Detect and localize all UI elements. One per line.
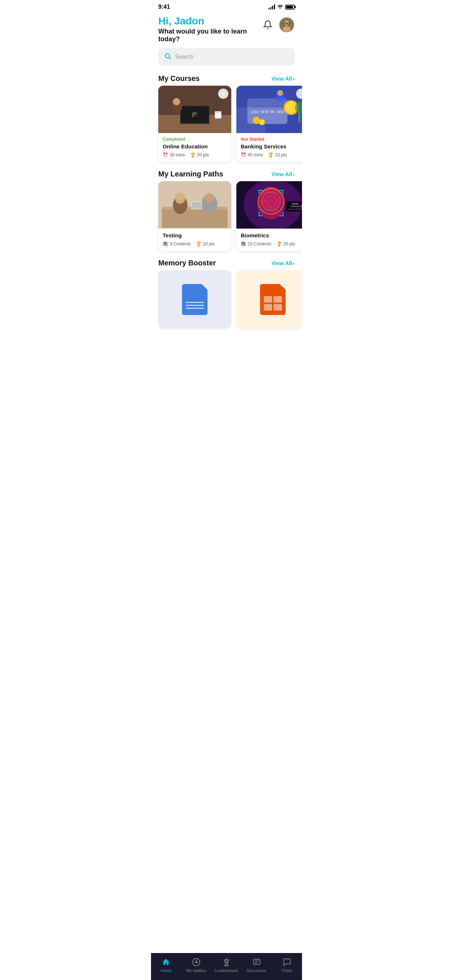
signal-icon [268, 5, 275, 10]
clock-icon: ⏰ [163, 153, 168, 158]
wifi-icon [277, 4, 283, 10]
course-card-online-education[interactable]: 🎓 Completed Online Education [158, 86, 231, 162]
trophy-icon-banking: 🏆 [268, 153, 274, 158]
course-name-online-education: Online Education [163, 143, 227, 150]
course-card-banking-services[interactable]: 1234 5678 90 3456 [236, 86, 302, 162]
greeting-name: Hi, Jadon [158, 15, 261, 27]
search-icon [164, 52, 171, 61]
course-image-banking: 1234 5678 90 3456 [236, 86, 302, 133]
svg-point-35 [175, 193, 185, 200]
learning-paths-section-header: My Learning Paths View All › [151, 166, 302, 181]
status-bar: 9:41 [151, 0, 302, 13]
book-icon-testing: 📚 [163, 241, 168, 247]
svg-point-28 [253, 117, 260, 124]
svg-point-14 [173, 98, 180, 105]
header: Hi, Jadon What would you like to learn t… [151, 13, 302, 47]
svg-line-7 [169, 57, 171, 59]
svg-point-1 [284, 21, 290, 26]
path-meta-testing: 📚 3 Contents 🏆 10 pts [163, 241, 227, 247]
notification-bell-button[interactable] [261, 18, 274, 31]
course-meta-online-education: ⏰ 30 mins 🏆 20 pts [163, 153, 227, 158]
svg-point-6 [165, 54, 170, 58]
learning-paths-view-all[interactable]: View All › [271, 171, 295, 177]
memory-booster-list [151, 270, 302, 333]
memory-image-1 [158, 270, 231, 328]
svg-point-2 [283, 27, 291, 32]
path-contents-biometrics: 📚 10 Contents [241, 241, 271, 247]
path-info-testing: Testing 📚 3 Contents 🏆 10 pts [158, 229, 231, 251]
my-courses-view-all[interactable]: View All › [271, 75, 295, 82]
svg-text:Access: Access [292, 203, 299, 205]
trophy-icon: 🏆 [190, 153, 196, 158]
battery-icon [285, 5, 295, 10]
doc-icon-orange [260, 284, 286, 315]
svg-text:Permission: Permission [291, 205, 300, 207]
learning-paths-list: Testing 📚 3 Contents 🏆 10 pts [151, 181, 302, 255]
search-input[interactable]: Search [175, 54, 194, 60]
course-duration-online-education: ⏰ 30 mins [163, 153, 185, 158]
course-meta-banking: ⏰ 45 mins 🏆 10 pts [241, 153, 302, 158]
path-card-testing[interactable]: Testing 📚 3 Contents 🏆 10 pts [158, 181, 231, 251]
svg-point-25 [277, 90, 283, 96]
trophy-icon-testing: 🏆 [196, 241, 201, 247]
svg-text:ID Number: BOF08896: ID Number: BOF08896 [288, 208, 302, 210]
status-icons [268, 4, 295, 10]
svg-rect-16 [215, 111, 222, 113]
course-duration-banking: ⏰ 45 mins [241, 153, 263, 158]
my-courses-section-header: My Courses View All › [151, 71, 302, 86]
svg-rect-39 [192, 202, 201, 208]
doc-icon-blue [182, 284, 207, 315]
svg-point-43 [260, 187, 282, 212]
path-image-biometrics: Access Permission ID Number: BOF08896 [236, 181, 302, 229]
course-name-banking: Banking Services [241, 143, 302, 150]
svg-point-37 [205, 193, 214, 203]
path-meta-biometrics: 📚 10 Contents 🏆 20 pts [241, 241, 302, 247]
path-points-testing: 🏆 10 pts [196, 241, 215, 247]
svg-text:1234 5678 90 3456: 1234 5678 90 3456 [250, 110, 284, 114]
course-image-online-education: 🎓 [158, 86, 231, 133]
path-card-biometrics[interactable]: Access Permission ID Number: BOF08896 Bi… [236, 181, 302, 251]
memory-card-1[interactable] [158, 270, 231, 328]
memory-booster-view-all[interactable]: View All › [271, 260, 295, 266]
memory-image-2 [236, 270, 302, 328]
clock-icon-banking: ⏰ [241, 153, 246, 158]
svg-text:🎓: 🎓 [191, 110, 198, 118]
heart-button-online-education[interactable] [218, 89, 228, 99]
course-info-online-education: Completed Online Education ⏰ 30 mins 🏆 2… [158, 133, 231, 162]
svg-point-29 [259, 119, 265, 125]
path-contents-testing: 📚 3 Contents [163, 241, 191, 247]
search-section: Search [151, 47, 302, 71]
course-info-banking: Not Started Banking Services ⏰ 45 mins 🏆… [236, 133, 302, 162]
course-points-banking: 🏆 10 pts [268, 153, 287, 158]
course-status-online-education: Completed [163, 137, 227, 142]
memory-booster-title: Memory Booster [158, 259, 216, 267]
memory-card-2[interactable] [236, 270, 302, 328]
my-courses-title: My Courses [158, 75, 199, 83]
trophy-icon-biometrics: 🏆 [276, 241, 282, 247]
path-image-testing [158, 181, 231, 229]
header-actions [261, 17, 295, 33]
path-name-testing: Testing [163, 232, 227, 239]
course-status-banking: Not Started [241, 137, 302, 142]
path-info-biometrics: Biometrics 📚 10 Contents 🏆 20 pts [236, 229, 302, 251]
path-points-biometrics: 🏆 20 pts [276, 241, 295, 247]
book-icon-biometrics: 📚 [241, 241, 246, 247]
courses-list: 🎓 Completed Online Education [151, 86, 302, 166]
greeting-subtitle: What would you like to learn today? [158, 28, 261, 43]
course-points-online-education: 🏆 20 pts [190, 153, 209, 158]
status-time: 9:41 [158, 4, 170, 10]
search-box[interactable]: Search [158, 48, 295, 65]
path-name-biometrics: Biometrics [241, 232, 302, 239]
header-greeting: Hi, Jadon What would you like to learn t… [158, 15, 261, 43]
svg-rect-32 [162, 210, 228, 228]
memory-booster-section-header: Memory Booster View All › [151, 255, 302, 270]
avatar[interactable] [279, 17, 295, 33]
learning-paths-title: My Learning Paths [158, 170, 223, 178]
